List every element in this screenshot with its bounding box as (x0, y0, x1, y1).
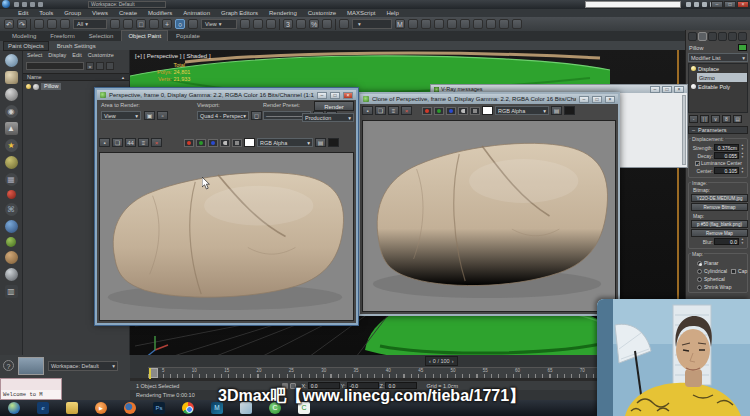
decay-spinner[interactable]: ▴▾ (740, 152, 745, 159)
clone-maximize-button[interactable]: □ (592, 96, 602, 103)
hand-icon[interactable] (5, 251, 18, 264)
decay-field[interactable]: 0.055 (714, 152, 739, 159)
auto-region-icon[interactable]: ▫ (157, 111, 168, 120)
leaf-icon[interactable] (6, 237, 16, 247)
center-field[interactable]: 0.105 (714, 167, 739, 174)
grid-brush-icon[interactable]: ▦ (5, 173, 18, 186)
vray-scrollbar[interactable] (682, 95, 686, 165)
clone-close-button[interactable]: × (605, 96, 615, 103)
render-title-bar[interactable]: Perspective, frame 0, Display Gamma: 2.2… (97, 90, 356, 100)
tab-selection[interactable]: Selection (83, 31, 120, 41)
render-maximize-button[interactable]: □ (330, 92, 340, 99)
background-color-swatch[interactable] (482, 106, 493, 115)
center-spinner[interactable]: ▴▾ (740, 167, 745, 174)
explorer-menu-item[interactable]: Edit (72, 52, 81, 58)
blur-spinner[interactable]: ▴▾ (740, 238, 745, 245)
start-button-icon[interactable] (8, 402, 20, 414)
open-icon[interactable] (38, 2, 43, 7)
unlink-icon[interactable] (47, 19, 57, 29)
next-frame-icon[interactable]: › (452, 358, 454, 364)
menu-item[interactable]: Rendering (269, 10, 297, 16)
menu-item[interactable]: Tools (39, 10, 53, 16)
redo-icon[interactable]: ↷ (17, 19, 27, 29)
window-close-button[interactable]: × (737, 1, 749, 8)
redo-icon[interactable] (30, 2, 35, 7)
stack-item-displace[interactable]: Displace (689, 64, 747, 73)
clone-title-bar[interactable]: Clone of Perspective, frame 0, Display G… (360, 94, 618, 104)
layers-icon[interactable]: ▤ (551, 106, 562, 115)
schematic-view-icon[interactable] (460, 19, 470, 29)
globe-icon[interactable] (5, 220, 18, 233)
modifier-list-dropdown[interactable]: Modifier List▾ (688, 53, 748, 62)
fill-icon[interactable] (5, 71, 18, 84)
edit-named-selections-icon[interactable] (339, 19, 349, 29)
percent-snap-icon[interactable]: % (309, 19, 319, 29)
menu-item[interactable]: Group (64, 10, 81, 16)
tab-paint-objects[interactable]: Paint Objects (3, 41, 49, 51)
select-manipulate-icon[interactable] (253, 19, 263, 29)
render-window-clone[interactable]: Clone of Perspective, frame 0, Display G… (358, 92, 620, 316)
window-minimize-button[interactable]: – (711, 1, 723, 8)
communication-icon[interactable] (694, 2, 699, 7)
clear-image-icon[interactable]: × (401, 106, 412, 115)
buildings-icon[interactable]: ▥ (5, 285, 18, 298)
green-channel-button[interactable] (434, 107, 444, 115)
tab-hierarchy-icon[interactable] (708, 32, 717, 41)
selection-filter-dropdown[interactable]: All▾ (73, 19, 107, 29)
tab-modify-icon[interactable] (698, 32, 707, 41)
pin-stack-icon[interactable]: - (689, 115, 698, 123)
render-close-button[interactable]: × (343, 92, 353, 99)
explorer-search-input[interactable] (26, 62, 84, 70)
show-end-result-icon[interactable]: | | (700, 115, 709, 123)
modifier-object-name[interactable]: Pillow (689, 45, 703, 51)
cylindrical-radio[interactable] (697, 269, 702, 274)
strength-spinner[interactable]: ▴▾ (740, 144, 745, 151)
options-icon[interactable] (106, 62, 114, 70)
material-editor-icon[interactable] (473, 19, 483, 29)
keyboard-shortcut-icon[interactable] (266, 19, 276, 29)
channel-display-dropdown[interactable]: RGB Alpha▾ (257, 138, 313, 147)
tab-motion-icon[interactable] (718, 32, 727, 41)
selection-region-icon[interactable]: □ (136, 19, 146, 29)
reference-coordinate-dropdown[interactable]: View▾ (201, 19, 237, 29)
layer-manager-icon[interactable] (421, 19, 431, 29)
planar-radio[interactable] (697, 261, 702, 266)
spinner-snap-icon[interactable] (322, 19, 332, 29)
menu-item[interactable]: Create (119, 10, 137, 16)
menu-item[interactable]: Modifiers (148, 10, 172, 16)
parameters-rollout[interactable]: –Parameters (688, 126, 748, 134)
paint-brush-icon[interactable] (5, 54, 18, 67)
vray-maximize-button[interactable]: □ (662, 86, 672, 93)
explorer-menu-item[interactable]: Display (48, 52, 66, 58)
modifier-on-icon[interactable] (691, 66, 696, 71)
red-channel-button[interactable] (422, 107, 432, 115)
object-name[interactable]: Pillow (41, 83, 61, 90)
mono-channel-button[interactable] (458, 107, 468, 115)
snap-toggle-icon[interactable]: 3 (283, 19, 293, 29)
align-icon[interactable] (408, 19, 418, 29)
print-image-icon[interactable]: ≡ (138, 138, 149, 147)
tab-object-paint[interactable]: Object Paint (121, 30, 168, 41)
remove-map-button[interactable]: Remove Map (691, 229, 748, 237)
save-icon[interactable] (14, 2, 19, 7)
select-by-name-icon[interactable] (123, 19, 133, 29)
bitmap-file-button[interactable]: Y22O-DE.MEDIUM.jpg (691, 194, 748, 202)
save-image-icon[interactable]: ▪ (362, 106, 373, 115)
print-image-icon[interactable]: ≡ (388, 106, 399, 115)
remove-bitmap-button[interactable]: Remove Bitmap (691, 203, 748, 211)
clear-search-icon[interactable]: × (86, 62, 94, 70)
make-unique-icon[interactable]: ∨ (711, 115, 720, 123)
explorer-folder-icon[interactable] (66, 402, 78, 414)
explorer-name-header[interactable]: Name ▲ (23, 73, 129, 81)
clone-window-icon[interactable]: 44 (125, 138, 136, 147)
media-player-icon[interactable]: ▶ (95, 402, 107, 414)
lock-viewport-icon[interactable]: ◻ (251, 111, 262, 120)
layers-icon[interactable]: ▤ (315, 138, 326, 147)
explorer-menu-item[interactable]: Select (27, 52, 42, 58)
undo-icon[interactable] (22, 2, 27, 7)
render-production-icon[interactable] (512, 19, 522, 29)
tab-create-icon[interactable] (688, 32, 697, 41)
tab-populate[interactable]: Populate (170, 31, 206, 41)
select-move-icon[interactable]: + (162, 19, 172, 29)
select-scale-icon[interactable] (188, 19, 198, 29)
